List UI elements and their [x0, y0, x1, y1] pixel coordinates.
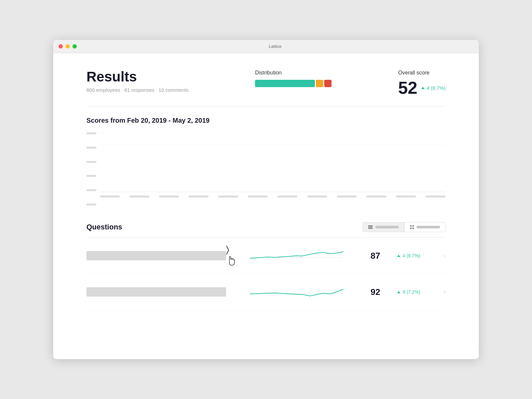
chart-y-labels — [86, 132, 96, 205]
x-label — [248, 196, 268, 198]
questions-header: Questions — [86, 222, 446, 238]
page-title: Results — [86, 70, 189, 84]
questions-title: Questions — [86, 223, 122, 231]
grid-line — [100, 132, 446, 133]
question-change-1: 4 (6.7%) — [397, 253, 430, 258]
grid-icon — [410, 225, 414, 229]
results-left: Results 800 employees · 61 responses · 1… — [86, 70, 189, 93]
cursor-hand: 〉 — [226, 244, 237, 267]
distribution-yellow — [316, 80, 323, 87]
score-change: 4 (6.7%) — [421, 85, 446, 91]
x-label — [100, 196, 120, 198]
x-label — [129, 196, 149, 198]
y-label — [86, 161, 96, 163]
x-label — [218, 196, 238, 198]
app-window: Lattice Results 800 employees · 61 respo… — [53, 40, 479, 359]
hand-cursor-svg — [226, 255, 237, 267]
chart-plot — [100, 132, 446, 192]
score-row: 52 4 (6.7%) — [398, 79, 446, 96]
question-score-1: 87 — [367, 251, 384, 261]
header-section: Results 800 employees · 61 responses · 1… — [86, 70, 446, 96]
grid-line — [100, 144, 446, 145]
sparkline-svg-2 — [239, 282, 354, 302]
y-label — [86, 203, 96, 205]
y-label — [86, 132, 96, 134]
grid-line — [100, 180, 446, 180]
main-content: Results 800 employees · 61 responses · 1… — [53, 53, 479, 359]
scores-title: Scores from Feb 20, 2019 - May 2, 2019 — [86, 117, 446, 124]
distribution-label: Distribution — [255, 70, 282, 76]
grid-line — [100, 156, 446, 156]
grid-view-button[interactable] — [404, 222, 446, 232]
score-change-value: 4 (6.7%) — [427, 85, 446, 91]
x-label — [396, 196, 416, 198]
sparkline-1 — [239, 246, 354, 266]
x-label — [159, 196, 179, 198]
arrow-up-icon — [421, 87, 425, 89]
distribution-red — [324, 80, 332, 87]
grid-lines — [100, 132, 446, 192]
grid-line — [100, 168, 446, 168]
question-change-value-1: 4 (6.7%) — [403, 253, 420, 258]
maximize-button[interactable] — [72, 44, 77, 49]
close-button[interactable] — [59, 44, 63, 49]
x-label — [189, 196, 208, 198]
distribution-section: Distribution — [255, 70, 332, 87]
question-change-value-2: 9 (7.2%) — [403, 289, 420, 295]
arrow-up-icon-1 — [397, 255, 400, 257]
x-label — [366, 196, 386, 198]
arrow-up-icon-2 — [397, 291, 400, 293]
view-toggle — [362, 222, 446, 232]
titlebar: Lattice — [53, 40, 479, 53]
chart-x-labels — [100, 196, 446, 198]
question-bar-1 — [86, 251, 226, 260]
x-label — [277, 196, 297, 198]
question-row-2[interactable]: 92 9 (7.2%) › — [86, 274, 446, 310]
question-change-2: 9 (7.2%) — [397, 289, 430, 295]
overall-score-label: Overall score — [398, 70, 429, 76]
list-icon — [368, 225, 373, 229]
question-score-2: 92 — [367, 287, 384, 297]
chevron-right-icon-2[interactable]: › — [444, 289, 446, 296]
sparkline-svg-1 — [239, 246, 354, 266]
results-meta: 800 employees · 61 responses · 10 commen… — [86, 87, 189, 93]
section-divider — [86, 106, 446, 107]
distribution-bar — [255, 80, 332, 87]
toggle-label-placeholder — [375, 226, 399, 228]
minimize-button[interactable] — [66, 44, 70, 49]
y-label — [86, 189, 96, 191]
y-label — [86, 147, 96, 149]
score-number: 52 — [398, 79, 417, 96]
scores-section: Scores from Feb 20, 2019 - May 2, 2019 — [86, 117, 446, 205]
sparkline-2 — [239, 282, 354, 302]
x-label — [337, 196, 357, 198]
chart-area — [86, 132, 446, 205]
chevron-right-icon-1[interactable]: › — [444, 252, 446, 259]
questions-section: Questions — [86, 222, 446, 310]
x-label — [426, 196, 446, 198]
distribution-green — [255, 80, 315, 87]
x-label — [307, 196, 327, 198]
grid-line — [100, 192, 446, 192]
question-row[interactable]: 87 4 (6.7%) › 〉 — [86, 238, 446, 274]
toggle-label-placeholder-2 — [417, 226, 440, 228]
overall-score-section: Overall score 52 4 (6.7%) — [398, 70, 446, 96]
traffic-lights — [59, 44, 77, 49]
question-bar-2 — [86, 287, 226, 297]
list-view-button[interactable] — [362, 222, 404, 232]
app-title: Lattice — [77, 44, 473, 49]
y-label — [86, 175, 96, 177]
